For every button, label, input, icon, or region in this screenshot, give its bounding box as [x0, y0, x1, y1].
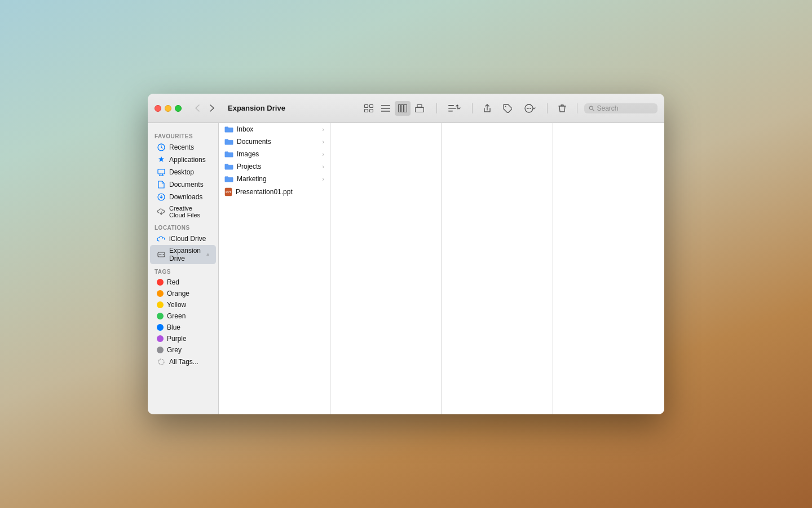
sidebar-item-tag-blue[interactable]: Blue	[150, 322, 216, 333]
back-button[interactable]	[191, 102, 204, 115]
forward-button[interactable]	[205, 102, 219, 115]
all-tags-icon	[157, 357, 166, 366]
sidebar-item-tag-orange[interactable]: Orange	[150, 288, 216, 299]
delete-button[interactable]	[554, 101, 570, 116]
file-item-presentation[interactable]: PPT Presentation01.ppt	[219, 185, 330, 199]
eject-icon	[206, 252, 209, 257]
file-column-2	[330, 123, 442, 414]
icloud-icon	[157, 234, 166, 243]
finder-window: Expansion Drive	[148, 94, 664, 414]
file-column-4	[553, 123, 664, 414]
red-tag-dot	[157, 279, 164, 286]
separator-2	[472, 103, 473, 113]
view-list-button[interactable]	[378, 101, 394, 116]
purple-tag-dot	[157, 335, 164, 342]
chevron-right-icon: ›	[322, 176, 324, 182]
sidebar-item-label: All Tags...	[169, 358, 198, 366]
share-button[interactable]	[479, 101, 495, 116]
tag-button[interactable]	[500, 101, 515, 116]
svg-rect-7	[399, 104, 401, 112]
folder-icon	[224, 163, 233, 170]
clock-icon	[157, 143, 166, 152]
sidebar-item-label: Documents	[169, 181, 204, 189]
svg-rect-23	[158, 169, 165, 174]
sidebar-item-documents[interactable]: Documents	[150, 178, 216, 191]
group-sort-button[interactable]	[444, 101, 465, 116]
maximize-button[interactable]	[175, 105, 182, 112]
svg-rect-14	[448, 111, 453, 112]
main-content: Favourites Recents Applicati	[148, 123, 664, 414]
search-box[interactable]	[584, 103, 657, 113]
search-input[interactable]	[597, 104, 653, 112]
file-item-images[interactable]: Images ›	[219, 148, 330, 160]
sidebar-item-label: Downloads	[169, 193, 202, 201]
sidebar-item-label: Expansion Drive	[169, 247, 203, 262]
action-button[interactable]	[520, 101, 540, 116]
view-columns-button[interactable]	[395, 101, 411, 116]
file-name: Images	[237, 150, 259, 158]
svg-rect-8	[401, 104, 404, 112]
sidebar-item-tag-green[interactable]: Green	[150, 310, 216, 322]
window-title: Expansion Drive	[228, 104, 285, 112]
file-column-1: Inbox › Documents ›	[219, 123, 330, 414]
sidebar-item-label: Green	[167, 312, 186, 320]
svg-rect-12	[448, 105, 454, 106]
svg-line-21	[593, 109, 594, 111]
desktop-icon	[157, 168, 166, 177]
file-name: Inbox	[237, 125, 253, 133]
sidebar-item-tag-purple[interactable]: Purple	[150, 333, 216, 344]
svg-rect-3	[370, 109, 373, 112]
drive-icon	[157, 250, 166, 259]
view-gallery-button[interactable]	[412, 101, 427, 116]
sidebar-item-label: Applications	[169, 156, 206, 164]
toolbar: Expansion Drive	[148, 94, 664, 123]
sidebar-item-all-tags[interactable]: All Tags...	[150, 356, 216, 368]
sidebar-item-expansion-drive[interactable]: Expansion Drive	[150, 245, 216, 264]
file-name: Presentation01.ppt	[236, 188, 293, 196]
sidebar-item-desktop[interactable]: Desktop	[150, 166, 216, 178]
sidebar-item-label: Recents	[169, 143, 194, 151]
file-name: Projects	[237, 163, 261, 170]
view-icon-button[interactable]	[361, 101, 377, 116]
separator-3	[547, 103, 548, 113]
columns-container: Inbox › Documents ›	[219, 123, 664, 414]
sidebar-item-tag-red[interactable]: Red	[150, 277, 216, 288]
search-icon	[589, 105, 594, 112]
sidebar-item-label: Grey	[167, 346, 182, 354]
sidebar-item-creative-cloud[interactable]: Creative Cloud Files	[150, 203, 216, 220]
sidebar-item-label: Orange	[167, 290, 189, 297]
file-item-inbox[interactable]: Inbox ›	[219, 123, 330, 135]
folder-icon	[224, 176, 233, 183]
ppt-file-icon: PPT	[224, 187, 232, 196]
sidebar-item-icloud[interactable]: iCloud Drive	[150, 233, 216, 245]
close-button[interactable]	[155, 105, 161, 112]
sidebar-item-tag-yellow[interactable]: Yellow	[150, 299, 216, 310]
traffic-lights	[155, 105, 182, 112]
sidebar-item-recents[interactable]: Recents	[150, 141, 216, 154]
sidebar-item-downloads[interactable]: Downloads	[150, 191, 216, 203]
svg-point-15	[505, 106, 506, 107]
sidebar-item-tag-grey[interactable]: Grey	[150, 344, 216, 356]
svg-rect-1	[370, 104, 373, 107]
file-item-marketing[interactable]: Marketing ›	[219, 173, 330, 185]
view-buttons	[361, 101, 427, 116]
chevron-right-icon: ›	[322, 126, 324, 133]
file-name: Documents	[237, 138, 271, 146]
svg-point-19	[530, 108, 531, 109]
green-tag-dot	[157, 313, 164, 319]
sidebar-item-applications[interactable]: Applications	[150, 154, 216, 166]
chevron-right-icon: ›	[322, 139, 324, 145]
separator-4	[577, 103, 577, 113]
svg-point-17	[527, 108, 528, 109]
chevron-right-icon: ›	[322, 151, 324, 157]
minimize-button[interactable]	[165, 105, 171, 112]
sidebar-item-label: Desktop	[169, 168, 194, 176]
file-item-documents[interactable]: Documents ›	[219, 135, 330, 148]
folder-icon	[224, 126, 233, 133]
svg-rect-2	[365, 109, 368, 112]
file-item-projects[interactable]: Projects ›	[219, 160, 330, 173]
grey-tag-dot	[157, 347, 164, 353]
orange-tag-dot	[157, 290, 164, 297]
sidebar: Favourites Recents Applicati	[148, 123, 219, 414]
svg-rect-10	[416, 107, 424, 112]
